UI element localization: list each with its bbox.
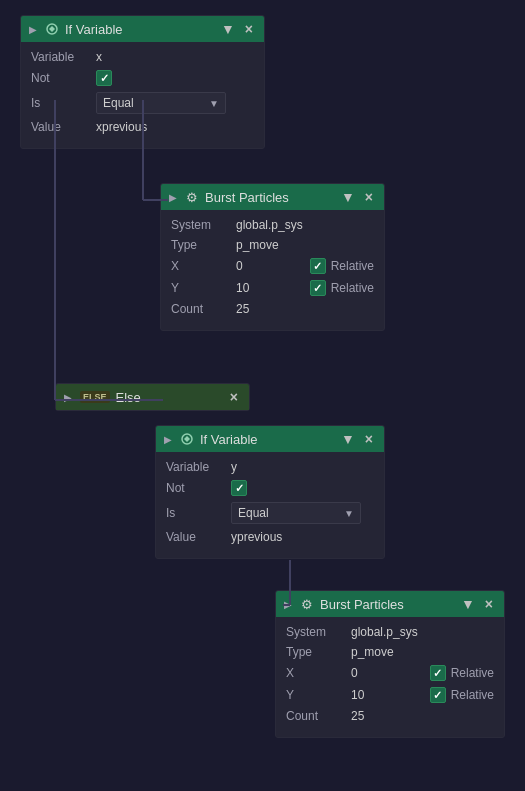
value-value-2: yprevious: [231, 530, 282, 544]
if-variable-title-1: If Variable: [65, 22, 123, 37]
burst-particles-body-1: System global.p_sys Type p_move X 0 Rela…: [161, 210, 384, 330]
close-button-1[interactable]: ×: [242, 21, 256, 37]
burst-particles-panel-1: ▶ ⚙ Burst Particles ▼ × System global.p_…: [160, 183, 385, 331]
collapse-icon-else[interactable]: ▶: [64, 392, 72, 403]
y-relative-checkbox-1[interactable]: [310, 280, 326, 296]
is-select-1[interactable]: Equal ▼: [96, 92, 226, 114]
not-label-2: Not: [166, 481, 231, 495]
y-row-2: Y 10 Relative: [286, 687, 494, 703]
not-checkbox-1[interactable]: [96, 70, 112, 86]
x-value-1: 0: [236, 259, 266, 273]
y-relative-label-2: Relative: [451, 688, 494, 702]
value-label-2: Value: [166, 530, 231, 544]
type-label-1: Type: [171, 238, 236, 252]
menu-arrow-bp2[interactable]: ▼: [458, 596, 478, 612]
count-value-2: 25: [351, 709, 364, 723]
if-variable-body-1: Variable x Not Is Equal ▼ Value xpreviou…: [21, 42, 264, 148]
type-value-1: p_move: [236, 238, 279, 252]
y-label-1: Y: [171, 281, 236, 295]
x-relative-label-1: Relative: [331, 259, 374, 273]
burst-icon-2: ⚙: [300, 597, 314, 611]
close-button-2[interactable]: ×: [362, 431, 376, 447]
x-row-2: X 0 Relative: [286, 665, 494, 681]
y-relative-checkbox-2[interactable]: [430, 687, 446, 703]
value-row-1: Value xprevious: [31, 120, 254, 134]
value-label-1: Value: [31, 120, 96, 134]
if-variable-header-1[interactable]: ▶ If Variable ▼ ×: [21, 16, 264, 42]
x-relative-label-2: Relative: [451, 666, 494, 680]
type-row-1: Type p_move: [171, 238, 374, 252]
burst-particles-title-1: Burst Particles: [205, 190, 289, 205]
is-select-2[interactable]: Equal ▼: [231, 502, 361, 524]
if-variable-panel-1: ▶ If Variable ▼ × Variable x Not Is: [20, 15, 265, 149]
collapse-icon-bp2[interactable]: ▶: [284, 599, 292, 610]
if-variable-title-2: If Variable: [200, 432, 258, 447]
variable-row-1: Variable x: [31, 50, 254, 64]
else-tag: ELSE: [80, 391, 110, 403]
system-value-2: global.p_sys: [351, 625, 418, 639]
variable-row-2: Variable y: [166, 460, 374, 474]
select-arrow-icon-2: ▼: [344, 508, 354, 519]
x-relative-checkbox-1[interactable]: [310, 258, 326, 274]
y-value-1: 10: [236, 281, 266, 295]
x-value-2: 0: [351, 666, 381, 680]
close-button-bp2[interactable]: ×: [482, 596, 496, 612]
system-value-1: global.p_sys: [236, 218, 303, 232]
x-relative-checkbox-2[interactable]: [430, 665, 446, 681]
value-row-2: Value yprevious: [166, 530, 374, 544]
is-label-2: Is: [166, 506, 231, 520]
if-variable-panel-2: ▶ If Variable ▼ × Variable y Not Is: [155, 425, 385, 559]
count-row-2: Count 25: [286, 709, 494, 723]
is-label-1: Is: [31, 96, 96, 110]
variable-label-1: Variable: [31, 50, 96, 64]
burst-particles-header-2[interactable]: ▶ ⚙ Burst Particles ▼ ×: [276, 591, 504, 617]
variable-value-2: y: [231, 460, 237, 474]
x-label-1: X: [171, 259, 236, 273]
x-label-2: X: [286, 666, 351, 680]
count-row-1: Count 25: [171, 302, 374, 316]
burst-icon-1: ⚙: [185, 190, 199, 204]
not-label-1: Not: [31, 71, 96, 85]
not-checkbox-2[interactable]: [231, 480, 247, 496]
burst-particles-body-2: System global.p_sys Type p_move X 0 Rela…: [276, 617, 504, 737]
y-row-1: Y 10 Relative: [171, 280, 374, 296]
menu-arrow-2[interactable]: ▼: [338, 431, 358, 447]
system-row-2: System global.p_sys: [286, 625, 494, 639]
system-label-1: System: [171, 218, 236, 232]
not-row-1: Not: [31, 70, 254, 86]
system-row-1: System global.p_sys: [171, 218, 374, 232]
if-variable-icon-2: [180, 432, 194, 446]
type-label-2: Type: [286, 645, 351, 659]
y-label-2: Y: [286, 688, 351, 702]
else-header[interactable]: ▶ ELSE Else ×: [56, 384, 249, 410]
burst-particles-title-2: Burst Particles: [320, 597, 404, 612]
collapse-icon-2[interactable]: ▶: [164, 434, 172, 445]
count-value-1: 25: [236, 302, 249, 316]
select-arrow-icon-1: ▼: [209, 98, 219, 109]
if-variable-header-2[interactable]: ▶ If Variable ▼ ×: [156, 426, 384, 452]
collapse-icon-1[interactable]: ▶: [29, 24, 37, 35]
is-select-value-2: Equal: [238, 506, 269, 520]
y-value-2: 10: [351, 688, 381, 702]
type-row-2: Type p_move: [286, 645, 494, 659]
type-value-2: p_move: [351, 645, 394, 659]
menu-arrow-bp1[interactable]: ▼: [338, 189, 358, 205]
close-button-bp1[interactable]: ×: [362, 189, 376, 205]
count-label-1: Count: [171, 302, 236, 316]
not-row-2: Not: [166, 480, 374, 496]
is-row-2: Is Equal ▼: [166, 502, 374, 524]
collapse-icon-bp1[interactable]: ▶: [169, 192, 177, 203]
else-panel: ▶ ELSE Else ×: [55, 383, 250, 411]
count-label-2: Count: [286, 709, 351, 723]
if-variable-icon-1: [45, 22, 59, 36]
burst-particles-panel-2: ▶ ⚙ Burst Particles ▼ × System global.p_…: [275, 590, 505, 738]
is-row-1: Is Equal ▼: [31, 92, 254, 114]
system-label-2: System: [286, 625, 351, 639]
variable-label-2: Variable: [166, 460, 231, 474]
close-button-else[interactable]: ×: [227, 389, 241, 405]
y-relative-label-1: Relative: [331, 281, 374, 295]
value-value-1: xprevious: [96, 120, 147, 134]
menu-arrow-1[interactable]: ▼: [218, 21, 238, 37]
burst-particles-header-1[interactable]: ▶ ⚙ Burst Particles ▼ ×: [161, 184, 384, 210]
is-select-value-1: Equal: [103, 96, 134, 110]
